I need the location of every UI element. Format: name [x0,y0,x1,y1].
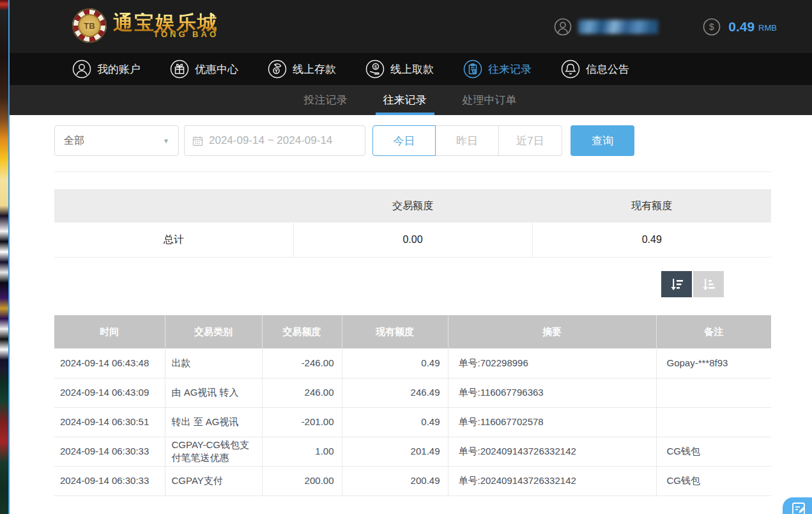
cell-amount: -246.00 [262,348,342,378]
category-select[interactable]: 全部 ▼ [54,125,179,156]
summary-header-empty [54,189,293,222]
cell-summary: 单号:202409143726332142 [448,437,656,466]
table-row: 2024-09-14 06:30:51 转出 至 AG视讯 -201.00 0.… [54,407,771,437]
content-area: 全部 ▼ 2024-09-14 ~ 2024-09-14 今日 昨日 近7日 查… [8,115,812,514]
nav-item-withdraw[interactable]: $ 线上取款 [365,59,434,79]
cell-summary: 单号:702298996 [448,348,656,378]
summary-header-transaction: 交易额度 [293,189,532,222]
sort-ascending-icon [700,276,717,293]
col-header-summary: 摘要 [448,315,656,348]
chip-monogram: TB [78,14,101,37]
cell-balance: 0.49 [342,407,448,437]
background-banner-strip [0,0,10,514]
cell-type: 由 AG视讯 转入 [165,378,262,407]
casino-chip-icon: TB [72,8,107,43]
nav-label: 优惠中心 [195,62,238,77]
balance-currency: RMB [758,23,777,33]
brand-logo[interactable]: TB 通宝娱乐城 TONG BAO [72,8,218,43]
sort-descending-icon [668,276,685,293]
col-header-type: 交易类别 [165,315,262,348]
quick-range-group: 今日 昨日 近7日 [372,125,562,156]
cell-note: Gopay-***8f93 [656,348,771,378]
cell-note [656,407,771,437]
quick-range-last7days[interactable]: 近7日 [499,125,562,156]
records-icon [463,59,482,79]
nav-item-records[interactable]: 往来记录 [463,59,532,79]
cell-amount: 1.00 [262,437,342,466]
tab-transaction-records[interactable]: 往来记录 [379,85,431,115]
page: TB 通宝娱乐城 TONG BAO $ 0.49 [0,0,812,514]
summary-table: 交易额度 现有额度 总计 0.00 0.49 [54,189,771,258]
quick-range-yesterday[interactable]: 昨日 [436,125,499,156]
cell-summary: 单号:116067702578 [448,407,656,437]
quick-range-today[interactable]: 今日 [372,125,436,156]
balance-group[interactable]: $ 0.49 RMB [703,18,777,36]
cell-summary: 单号:202409143726332142 [448,466,656,495]
date-range-value: 2024-09-14 ~ 2024-09-14 [209,134,332,147]
query-button[interactable]: 查询 [571,125,634,156]
user-avatar-icon [554,18,572,36]
summary-total-label: 总计 [54,222,293,258]
col-header-amount: 交易额度 [262,315,342,348]
cell-time: 2024-09-14 06:30:33 [54,466,165,495]
user-icon [72,59,91,79]
nav-label: 线上存款 [293,62,336,77]
topbar: TB 通宝娱乐城 TONG BAO $ 0.49 [8,0,812,53]
transactions-body: 2024-09-14 06:43:48 出款 -246.00 0.49 单号:7… [54,348,771,495]
nav-label: 我的账户 [97,62,141,77]
cell-time: 2024-09-14 06:43:09 [54,378,165,407]
username-redacted[interactable] [578,20,658,34]
category-selected-value: 全部 [64,134,84,148]
nav-item-promotions[interactable]: 优惠中心 [170,59,238,79]
table-row: 2024-09-14 06:30:33 CGPAY支付 200.00 200.4… [54,466,771,495]
cell-amount: -201.00 [262,407,342,437]
tab-pending-orders[interactable]: 处理中订单 [459,85,521,115]
nav-label: 信息公告 [586,62,629,77]
table-row: 2024-09-14 06:43:48 出款 -246.00 0.49 单号:7… [54,348,771,378]
cell-balance: 0.49 [342,348,448,378]
col-header-balance: 现有额度 [342,315,448,348]
cell-time: 2024-09-14 06:30:51 [54,407,165,437]
sort-ascending-button[interactable] [693,271,724,297]
nav-label: 往来记录 [488,62,532,77]
feedback-button[interactable] [783,497,812,514]
account-area: $ 0.49 RMB [554,0,777,53]
bell-icon [561,59,580,79]
sort-descending-button[interactable] [661,271,692,297]
svg-text:$: $ [709,22,714,32]
cell-time: 2024-09-14 06:30:33 [54,437,165,466]
cell-note: CG钱包 [656,437,771,466]
sub-tabbar: 投注记录 往来记录 处理中订单 [8,85,812,115]
summary-total-row: 总计 0.00 0.49 [54,222,771,258]
nav-item-my-account[interactable]: 我的账户 [72,59,141,79]
col-header-time: 时间 [54,315,165,348]
nav-item-deposit[interactable]: 线上存款 [268,59,336,79]
summary-header-row: 交易额度 现有额度 [54,189,771,222]
summary-header-current: 现有额度 [532,189,771,222]
table-row: 2024-09-14 06:30:33 CGPAY-CG钱包支付笔笔送优惠 1.… [54,437,771,466]
deposit-icon [268,59,287,79]
transactions-header-row: 时间 交易类别 交易额度 现有额度 摘要 备注 [54,315,771,348]
cell-note [656,378,771,407]
section-divider [54,171,771,172]
edit-document-icon [791,501,808,514]
cell-time: 2024-09-14 06:43:48 [54,348,165,378]
tab-betting-records[interactable]: 投注记录 [300,85,351,115]
cell-summary: 单号:116067796363 [448,378,656,407]
date-range-input[interactable]: 2024-09-14 ~ 2024-09-14 [184,125,365,156]
coin-icon: $ [703,18,721,36]
balance-amount: 0.49 [728,19,755,35]
cell-type: 出款 [165,348,262,378]
cell-amount: 246.00 [262,378,342,407]
gift-icon [170,59,189,79]
main-window: TB 通宝娱乐城 TONG BAO $ 0.49 [8,0,812,514]
cell-note: CG钱包 [656,466,771,495]
cell-type: CGPAY-CG钱包支付笔笔送优惠 [165,437,262,466]
nav-item-announcements[interactable]: 信息公告 [561,59,629,79]
summary-current-total: 0.49 [532,222,771,258]
main-nav: 我的账户 优惠中心 线上存款 $ 线上取款 [8,53,812,85]
sort-buttons [661,271,724,297]
summary-transaction-total: 0.00 [293,222,532,258]
cell-amount: 200.00 [262,466,342,495]
cell-balance: 201.49 [342,437,448,466]
